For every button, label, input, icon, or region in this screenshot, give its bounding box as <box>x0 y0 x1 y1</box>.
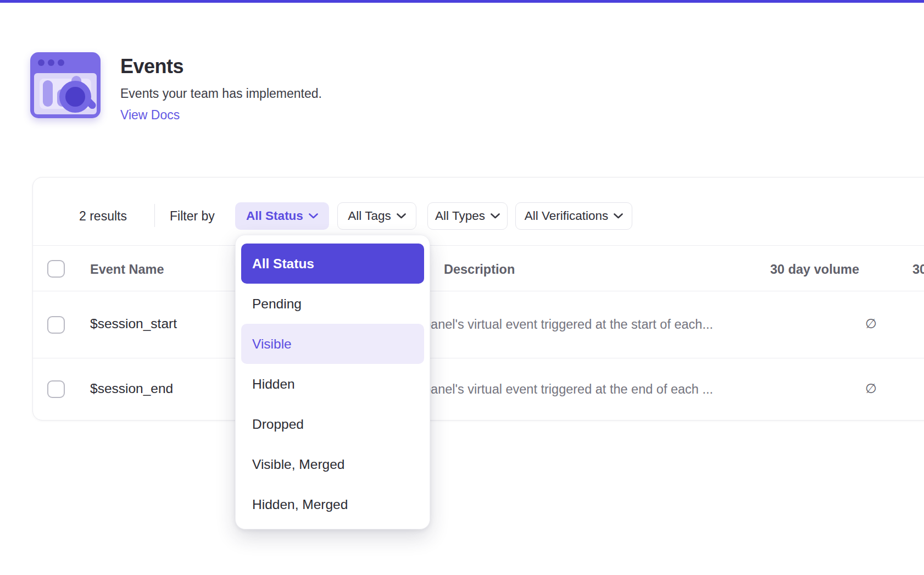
filter-pill-label: All Status <box>246 209 303 223</box>
events-card: 2 results Filter by All Status All Tags … <box>32 177 924 421</box>
dropdown-item-all-status[interactable]: All Status <box>241 244 424 284</box>
browser-analytics-icon <box>30 52 101 118</box>
filter-by-label: Filter by <box>170 209 215 224</box>
event-name: $session_start <box>90 316 177 331</box>
window-dot-icon <box>58 59 64 66</box>
column-header-30-day-volume: 30 day volume <box>694 262 859 277</box>
event-30-day-volume: ∅ <box>712 316 877 331</box>
filter-pill-label: All Verifications <box>525 209 609 223</box>
column-header-cutoff: 30 d <box>912 262 924 277</box>
filter-pill-all-verifications[interactable]: All Verifications <box>515 202 632 230</box>
select-all-checkbox[interactable] <box>47 260 65 278</box>
divider <box>33 245 924 246</box>
toolbar-divider <box>154 204 155 227</box>
chevron-down-icon <box>491 213 500 219</box>
status-dropdown-menu: All Status Pending Visible Hidden Droppe… <box>235 235 430 529</box>
column-header-description: Description <box>444 262 515 277</box>
event-30-day-volume: ∅ <box>712 381 877 396</box>
divider <box>33 358 924 358</box>
chart-bar-icon <box>43 80 53 107</box>
view-docs-link[interactable]: View Docs <box>120 108 322 123</box>
top-accent-bar <box>0 0 924 3</box>
filter-pill-label: All Types <box>435 209 485 223</box>
event-description: panel's virtual event triggered at the s… <box>424 317 713 332</box>
window-body <box>34 73 97 114</box>
dropdown-item-visible[interactable]: Visible <box>241 324 424 364</box>
chevron-down-icon <box>397 213 406 219</box>
dropdown-item-hidden[interactable]: Hidden <box>241 364 424 404</box>
window-dot-icon <box>38 59 44 66</box>
chevron-down-icon <box>309 213 318 219</box>
dropdown-item-pending[interactable]: Pending <box>241 284 424 324</box>
event-name: $session_end <box>90 381 173 396</box>
column-header-event-name: Event Name <box>90 262 164 277</box>
page-header: Events Events your team has implemented.… <box>30 52 322 123</box>
dropdown-item-dropped[interactable]: Dropped <box>241 404 424 444</box>
filter-pill-all-types[interactable]: All Types <box>427 202 508 230</box>
event-description: panel's virtual event triggered at the e… <box>424 382 713 397</box>
filter-pill-all-tags[interactable]: All Tags <box>337 202 416 230</box>
divider <box>33 291 924 291</box>
page-title: Events <box>120 56 322 78</box>
results-count: 2 results <box>79 209 127 224</box>
page-subtitle: Events your team has implemented. <box>120 86 322 101</box>
magnifier-icon <box>59 81 91 113</box>
filter-pill-all-status[interactable]: All Status <box>235 202 329 230</box>
row-checkbox[interactable] <box>47 380 65 398</box>
dropdown-item-visible-merged[interactable]: Visible, Merged <box>241 444 424 484</box>
window-dot-icon <box>48 59 54 66</box>
dropdown-item-hidden-merged[interactable]: Hidden, Merged <box>241 484 424 524</box>
filter-pill-label: All Tags <box>348 209 391 223</box>
row-checkbox[interactable] <box>47 316 65 334</box>
chevron-down-icon <box>614 213 623 219</box>
